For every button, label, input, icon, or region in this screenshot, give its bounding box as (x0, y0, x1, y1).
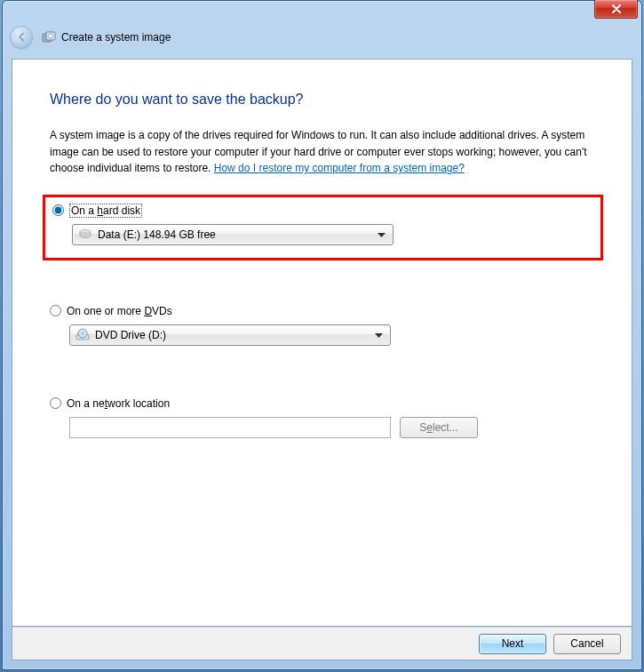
close-icon (611, 4, 622, 13)
hard-disk-dropdown[interactable]: Data (E:) 148.94 GB free (72, 224, 394, 245)
system-image-icon (42, 30, 56, 44)
radio-dvd[interactable] (50, 305, 61, 316)
option-hard-disk[interactable]: On a hard disk (52, 204, 592, 217)
svg-point-6 (82, 332, 84, 334)
highlight-box: On a hard disk Data (E:) 148.94 GB free (43, 195, 603, 260)
cancel-button[interactable]: Cancel (553, 634, 621, 654)
option-dvd[interactable]: On one or more DVDs (50, 305, 594, 317)
radio-network[interactable] (50, 397, 61, 409)
back-arrow-icon (16, 31, 28, 43)
footer: Next Cancel (12, 627, 632, 660)
page-title: Where do you want to save the backup? (50, 92, 594, 108)
help-link[interactable]: How do I restore my computer from a syst… (214, 162, 465, 174)
dvd-selected: DVD Drive (D:) (95, 329, 166, 341)
radio-dvd-label: On one or more DVDs (67, 305, 172, 317)
radio-network-label: On a network location (67, 397, 170, 410)
hard-disk-icon (78, 228, 92, 242)
option-network[interactable]: On a network location (50, 397, 594, 410)
close-button[interactable] (594, 0, 638, 19)
option-network-group: On a network location Select... (50, 397, 594, 438)
titlebar (3, 1, 641, 27)
content-pane: Where do you want to save the backup? A … (12, 59, 632, 627)
select-button[interactable]: Select... (400, 417, 478, 438)
dvd-dropdown[interactable]: DVD Drive (D:) (69, 324, 391, 346)
chevron-down-icon (375, 329, 383, 341)
svg-point-2 (49, 34, 53, 38)
header-strip: Create a system image (3, 27, 641, 47)
radio-hard-disk-label: On a hard disk (69, 204, 142, 217)
window-frame: Create a system image Where do you want … (2, 0, 642, 670)
option-dvd-group: On one or more DVDs DVD Drive (D:) (50, 305, 594, 346)
header-title: Create a system image (42, 30, 171, 44)
hard-disk-selected: Data (E:) 148.94 GB free (98, 228, 216, 241)
network-location-input[interactable] (69, 417, 391, 438)
window-title-text: Create a system image (61, 31, 171, 44)
next-button[interactable]: Next (479, 634, 546, 654)
description-text: A system image is a copy of the drives r… (50, 127, 594, 177)
back-button[interactable] (10, 26, 33, 49)
dvd-drive-icon (76, 328, 90, 342)
chevron-down-icon (378, 228, 386, 241)
radio-hard-disk[interactable] (52, 204, 64, 216)
